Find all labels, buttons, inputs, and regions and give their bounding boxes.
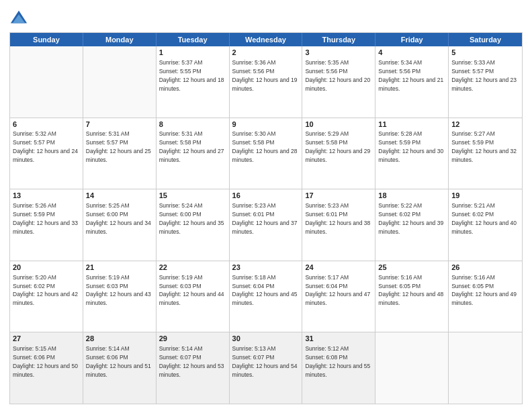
day-number: 26 [451, 263, 519, 273]
cell-info: Sunrise: 5:12 AM Sunset: 6:08 PM Dayligh… [305, 345, 370, 378]
calendar-cell: 11Sunrise: 5:28 AM Sunset: 5:59 PM Dayli… [375, 118, 449, 189]
calendar-row: 13Sunrise: 5:26 AM Sunset: 5:59 PM Dayli… [10, 189, 522, 261]
day-number: 1 [159, 48, 226, 58]
cell-info: Sunrise: 5:34 AM Sunset: 5:56 PM Dayligh… [378, 59, 443, 92]
calendar-cell [83, 46, 157, 118]
cell-info: Sunrise: 5:13 AM Sunset: 6:07 PM Dayligh… [232, 345, 298, 378]
calendar-cell: 30Sunrise: 5:13 AM Sunset: 6:07 PM Dayli… [230, 332, 303, 404]
calendar-cell: 15Sunrise: 5:24 AM Sunset: 6:00 PM Dayli… [157, 189, 230, 261]
day-number: 18 [378, 191, 445, 201]
day-number: 28 [86, 334, 153, 344]
cell-info: Sunrise: 5:14 AM Sunset: 6:06 PM Dayligh… [86, 345, 151, 378]
calendar-header-cell: Friday [375, 33, 449, 46]
calendar-cell: 10Sunrise: 5:29 AM Sunset: 5:58 PM Dayli… [302, 118, 375, 189]
calendar-cell: 20Sunrise: 5:20 AM Sunset: 6:02 PM Dayli… [10, 261, 83, 332]
cell-info: Sunrise: 5:24 AM Sunset: 6:00 PM Dayligh… [159, 202, 224, 235]
day-number: 16 [232, 191, 300, 201]
day-number: 2 [232, 48, 300, 58]
day-number: 9 [232, 120, 300, 130]
calendar-cell: 9Sunrise: 5:30 AM Sunset: 5:58 PM Daylig… [230, 118, 303, 189]
cell-info: Sunrise: 5:29 AM Sunset: 5:58 PM Dayligh… [305, 130, 370, 163]
calendar-cell: 28Sunrise: 5:14 AM Sunset: 6:06 PM Dayli… [83, 332, 157, 404]
day-number: 23 [232, 263, 300, 273]
day-number: 15 [159, 191, 226, 201]
calendar-row: 20Sunrise: 5:20 AM Sunset: 6:02 PM Dayli… [10, 261, 522, 332]
calendar-cell: 22Sunrise: 5:19 AM Sunset: 6:03 PM Dayli… [157, 261, 230, 332]
calendar-header-row: SundayMondayTuesdayWednesdayThursdayFrid… [10, 33, 522, 46]
day-number: 13 [13, 191, 80, 201]
cell-info: Sunrise: 5:16 AM Sunset: 6:05 PM Dayligh… [451, 274, 517, 307]
calendar-cell: 16Sunrise: 5:23 AM Sunset: 6:01 PM Dayli… [230, 189, 303, 261]
day-number: 25 [378, 263, 445, 273]
cell-info: Sunrise: 5:19 AM Sunset: 6:03 PM Dayligh… [86, 274, 151, 307]
cell-info: Sunrise: 5:33 AM Sunset: 5:57 PM Dayligh… [451, 59, 517, 92]
day-number: 3 [305, 48, 372, 58]
calendar-cell: 7Sunrise: 5:31 AM Sunset: 5:57 PM Daylig… [83, 118, 157, 189]
day-number: 24 [305, 263, 372, 273]
cell-info: Sunrise: 5:31 AM Sunset: 5:57 PM Dayligh… [86, 130, 151, 163]
cell-info: Sunrise: 5:26 AM Sunset: 5:59 PM Dayligh… [13, 202, 78, 235]
day-number: 10 [305, 120, 372, 130]
calendar-header-cell: Monday [83, 33, 157, 46]
calendar-cell: 4Sunrise: 5:34 AM Sunset: 5:56 PM Daylig… [375, 46, 449, 118]
calendar-header-cell: Thursday [302, 33, 375, 46]
logo [9, 9, 30, 28]
day-number: 19 [451, 191, 519, 201]
cell-info: Sunrise: 5:25 AM Sunset: 6:00 PM Dayligh… [86, 202, 151, 235]
day-number: 7 [86, 120, 153, 130]
header [9, 7, 523, 28]
calendar-body: 1Sunrise: 5:37 AM Sunset: 5:55 PM Daylig… [10, 46, 522, 404]
calendar-row: 1Sunrise: 5:37 AM Sunset: 5:55 PM Daylig… [10, 46, 522, 118]
calendar-cell [375, 332, 449, 404]
calendar-header-cell: Sunday [10, 33, 83, 46]
calendar-cell: 18Sunrise: 5:22 AM Sunset: 6:02 PM Dayli… [375, 189, 449, 261]
day-number: 20 [13, 263, 80, 273]
calendar-cell: 25Sunrise: 5:16 AM Sunset: 6:05 PM Dayli… [375, 261, 449, 332]
day-number: 6 [13, 120, 80, 130]
cell-info: Sunrise: 5:30 AM Sunset: 5:58 PM Dayligh… [232, 130, 298, 163]
calendar-cell: 13Sunrise: 5:26 AM Sunset: 5:59 PM Dayli… [10, 189, 83, 261]
day-number: 22 [159, 263, 226, 273]
cell-info: Sunrise: 5:31 AM Sunset: 5:58 PM Dayligh… [159, 130, 224, 163]
calendar-cell: 5Sunrise: 5:33 AM Sunset: 5:57 PM Daylig… [449, 46, 522, 118]
day-number: 5 [451, 48, 519, 58]
calendar-cell: 24Sunrise: 5:17 AM Sunset: 6:04 PM Dayli… [302, 261, 375, 332]
calendar-header-cell: Tuesday [157, 33, 230, 46]
calendar-cell: 27Sunrise: 5:15 AM Sunset: 6:06 PM Dayli… [10, 332, 83, 404]
calendar-cell: 12Sunrise: 5:27 AM Sunset: 5:59 PM Dayli… [449, 118, 522, 189]
cell-info: Sunrise: 5:35 AM Sunset: 5:56 PM Dayligh… [305, 59, 370, 92]
cell-info: Sunrise: 5:22 AM Sunset: 6:02 PM Dayligh… [378, 202, 443, 235]
day-number: 29 [159, 334, 226, 344]
cell-info: Sunrise: 5:23 AM Sunset: 6:01 PM Dayligh… [305, 202, 370, 235]
cell-info: Sunrise: 5:14 AM Sunset: 6:07 PM Dayligh… [159, 345, 224, 378]
calendar-cell: 14Sunrise: 5:25 AM Sunset: 6:00 PM Dayli… [83, 189, 157, 261]
calendar-row: 27Sunrise: 5:15 AM Sunset: 6:06 PM Dayli… [10, 332, 522, 404]
cell-info: Sunrise: 5:21 AM Sunset: 6:02 PM Dayligh… [451, 202, 517, 235]
calendar-cell: 3Sunrise: 5:35 AM Sunset: 5:56 PM Daylig… [302, 46, 375, 118]
cell-info: Sunrise: 5:32 AM Sunset: 5:57 PM Dayligh… [13, 130, 78, 163]
day-number: 11 [378, 120, 445, 130]
calendar-cell: 1Sunrise: 5:37 AM Sunset: 5:55 PM Daylig… [157, 46, 230, 118]
calendar-cell: 23Sunrise: 5:18 AM Sunset: 6:04 PM Dayli… [230, 261, 303, 332]
logo-icon [9, 9, 28, 28]
day-number: 21 [86, 263, 153, 273]
calendar-cell [10, 46, 83, 118]
cell-info: Sunrise: 5:23 AM Sunset: 6:01 PM Dayligh… [232, 202, 298, 235]
calendar-cell [449, 332, 522, 404]
cell-info: Sunrise: 5:15 AM Sunset: 6:06 PM Dayligh… [13, 345, 78, 378]
day-number: 30 [232, 334, 300, 344]
cell-info: Sunrise: 5:16 AM Sunset: 6:05 PM Dayligh… [378, 274, 443, 307]
calendar-row: 6Sunrise: 5:32 AM Sunset: 5:57 PM Daylig… [10, 118, 522, 189]
calendar-cell: 21Sunrise: 5:19 AM Sunset: 6:03 PM Dayli… [83, 261, 157, 332]
calendar-cell: 26Sunrise: 5:16 AM Sunset: 6:05 PM Dayli… [449, 261, 522, 332]
cell-info: Sunrise: 5:28 AM Sunset: 5:59 PM Dayligh… [378, 130, 443, 163]
cell-info: Sunrise: 5:37 AM Sunset: 5:55 PM Dayligh… [159, 59, 224, 92]
day-number: 31 [305, 334, 372, 344]
calendar-header-cell: Saturday [449, 33, 522, 46]
day-number: 12 [451, 120, 519, 130]
calendar-cell: 29Sunrise: 5:14 AM Sunset: 6:07 PM Dayli… [157, 332, 230, 404]
day-number: 8 [159, 120, 226, 130]
calendar-cell: 19Sunrise: 5:21 AM Sunset: 6:02 PM Dayli… [449, 189, 522, 261]
calendar-cell: 31Sunrise: 5:12 AM Sunset: 6:08 PM Dayli… [302, 332, 375, 404]
calendar-cell: 17Sunrise: 5:23 AM Sunset: 6:01 PM Dayli… [302, 189, 375, 261]
